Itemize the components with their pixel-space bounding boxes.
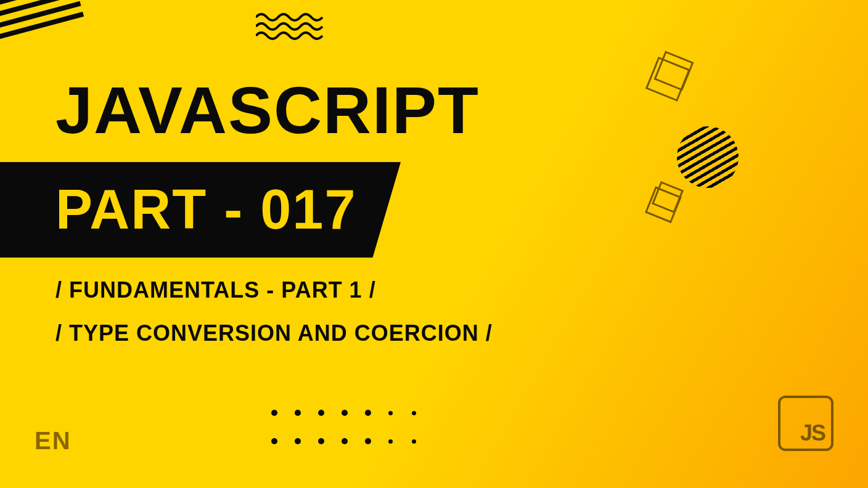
part-label: PART - 017 bbox=[55, 178, 356, 242]
subtitle-section: / FUNDAMENTALS - PART 1 / bbox=[55, 277, 376, 303]
square-decoration bbox=[653, 51, 694, 91]
waves-decoration bbox=[256, 11, 324, 42]
js-logo-icon: JS bbox=[778, 396, 833, 451]
circle-decoration bbox=[677, 126, 739, 188]
part-banner: PART - 017 bbox=[0, 162, 401, 258]
js-logo-text: JS bbox=[800, 420, 825, 446]
course-title: JAVASCRIPT bbox=[55, 77, 480, 144]
stripes-decoration bbox=[0, 0, 87, 55]
dots-decoration bbox=[271, 410, 433, 460]
language-badge: EN bbox=[35, 427, 72, 455]
subtitle-topic: / TYPE CONVERSION AND COERCION / bbox=[55, 320, 493, 346]
square-decoration-2 bbox=[652, 181, 684, 213]
